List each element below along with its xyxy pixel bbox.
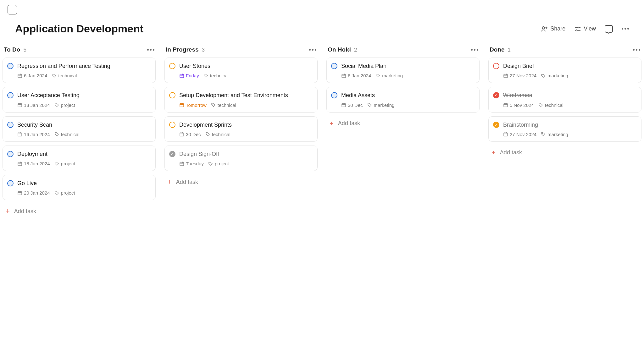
svg-point-51 xyxy=(209,162,210,163)
column-count: 1 xyxy=(508,47,511,53)
status-check-icon[interactable]: ✓ xyxy=(493,122,499,128)
status-circle-icon[interactable] xyxy=(7,92,14,98)
status-circle-icon[interactable] xyxy=(169,63,175,69)
task-date-text: 20 Jan 2024 xyxy=(24,190,50,196)
status-circle-icon[interactable] xyxy=(7,122,14,128)
column-header: On Hold 2 xyxy=(326,46,480,58)
task-tag-text: technical xyxy=(210,73,229,78)
status-check-icon[interactable]: ✓ xyxy=(493,92,499,98)
svg-point-6 xyxy=(576,30,577,31)
column-options-button[interactable] xyxy=(309,49,316,51)
calendar-icon xyxy=(503,73,508,78)
task-date: 13 Jan 2024 xyxy=(17,102,50,108)
column-options-button[interactable] xyxy=(633,49,640,51)
task-date: 6 Jan 2024 xyxy=(17,73,47,78)
svg-point-4 xyxy=(578,27,580,28)
task-date-text: Tuesday xyxy=(186,161,204,166)
share-button[interactable]: Share xyxy=(541,25,565,32)
task-card[interactable]: ✓ Brainstorming 27 Nov 2024 marketing xyxy=(488,116,641,142)
plus-icon: + xyxy=(491,149,496,156)
task-card[interactable]: User Stories Friday technical xyxy=(164,58,318,83)
task-card[interactable]: Social Media Plan 6 Jan 2024 marketing xyxy=(326,58,480,83)
task-title: Deployment xyxy=(17,150,47,158)
tag-icon xyxy=(54,132,59,137)
share-label: Share xyxy=(550,25,565,32)
tag-icon xyxy=(205,132,210,137)
svg-rect-12 xyxy=(18,103,22,107)
kanban-column: In Progress 3 User Stories Friday xyxy=(164,46,318,218)
svg-point-21 xyxy=(56,133,56,134)
add-task-label: Add task xyxy=(338,120,360,127)
task-title: Go Live xyxy=(17,179,37,187)
column-name: Done xyxy=(490,46,505,53)
task-card[interactable]: Design Brief 27 Nov 2024 marketing xyxy=(488,58,641,83)
task-date: 30 Dec xyxy=(341,102,363,108)
add-task-button[interactable]: + Add task xyxy=(3,204,156,218)
task-tag-text: marketing xyxy=(382,73,403,78)
status-check-icon[interactable]: ✓ xyxy=(169,151,175,157)
task-card[interactable]: Go Live 20 Jan 2024 project xyxy=(3,175,156,200)
sidebar-toggle-button[interactable] xyxy=(8,5,17,14)
status-circle-icon[interactable] xyxy=(169,122,175,128)
task-date-text: 5 Nov 2024 xyxy=(510,102,534,108)
calendar-icon xyxy=(341,102,346,107)
status-circle-icon[interactable] xyxy=(331,63,337,69)
task-title: User Stories xyxy=(179,62,210,70)
status-circle-icon[interactable] xyxy=(331,92,337,98)
calendar-icon xyxy=(179,161,184,166)
tag-icon xyxy=(54,102,59,107)
share-icon xyxy=(541,25,548,32)
column-options-button[interactable] xyxy=(147,49,154,51)
task-card[interactable]: Development Sprints 30 Dec technical xyxy=(164,116,318,142)
status-circle-icon[interactable] xyxy=(7,180,14,186)
tag-icon xyxy=(203,73,208,78)
task-card[interactable]: ✓ Design Sign-Off Tuesday project xyxy=(164,146,318,171)
task-title: Setup Development and Test Environments xyxy=(179,91,288,99)
column-count: 2 xyxy=(354,47,357,53)
task-date: Friday xyxy=(179,73,199,78)
kanban-board: To Do 5 Regression and Performance Testi… xyxy=(0,46,644,231)
task-title: Brainstorming xyxy=(503,121,538,129)
comments-button[interactable] xyxy=(605,25,613,33)
status-circle-icon[interactable] xyxy=(493,63,499,69)
status-circle-icon[interactable] xyxy=(169,92,175,98)
task-tag-text: technical xyxy=(545,102,564,108)
task-card[interactable]: Media Assets 30 Dec marketing xyxy=(326,87,480,112)
task-card[interactable]: Setup Development and Test Environments … xyxy=(164,87,318,112)
task-date-text: 13 Jan 2024 xyxy=(24,102,50,108)
svg-point-41 xyxy=(212,104,213,104)
more-options-button[interactable] xyxy=(622,28,629,30)
svg-rect-17 xyxy=(18,133,22,136)
task-tag-text: technical xyxy=(61,132,80,137)
task-tag: technical xyxy=(52,73,77,78)
task-card[interactable]: Regression and Performance Testing 6 Jan… xyxy=(3,58,156,83)
plus-icon: + xyxy=(6,208,10,215)
view-button[interactable]: View xyxy=(574,25,596,32)
task-title: Development Sprints xyxy=(179,121,232,129)
task-card[interactable]: Deployment 18 Jan 2024 project xyxy=(3,146,156,171)
add-task-label: Add task xyxy=(176,179,198,185)
calendar-icon xyxy=(17,161,22,166)
add-task-button[interactable]: + Add task xyxy=(488,146,641,160)
comment-icon xyxy=(605,25,613,33)
task-tag-text: technical xyxy=(218,102,236,108)
task-date-text: 18 Jan 2024 xyxy=(24,161,50,166)
calendar-icon xyxy=(17,73,22,78)
add-task-button[interactable]: + Add task xyxy=(326,116,480,131)
svg-point-0 xyxy=(542,26,545,29)
status-circle-icon[interactable] xyxy=(7,151,14,157)
status-circle-icon[interactable] xyxy=(7,63,14,69)
add-task-button[interactable]: + Add task xyxy=(164,175,318,189)
task-tag: project xyxy=(54,190,75,196)
task-card[interactable]: User Acceptance Testing 13 Jan 2024 proj… xyxy=(3,87,156,112)
svg-rect-72 xyxy=(504,133,508,136)
task-date: 18 Jan 2024 xyxy=(17,161,50,166)
column-count: 5 xyxy=(23,47,26,53)
task-title: Design Sign-Off xyxy=(179,150,219,158)
task-date: 16 Jan 2024 xyxy=(17,132,50,137)
task-card[interactable]: Security Scan 16 Jan 2024 technical xyxy=(3,116,156,142)
column-options-button[interactable] xyxy=(471,49,478,51)
task-date: 27 Nov 2024 xyxy=(503,73,536,78)
tag-icon xyxy=(538,102,543,107)
task-card[interactable]: ✓ Wireframes 5 Nov 2024 technical xyxy=(488,87,641,112)
